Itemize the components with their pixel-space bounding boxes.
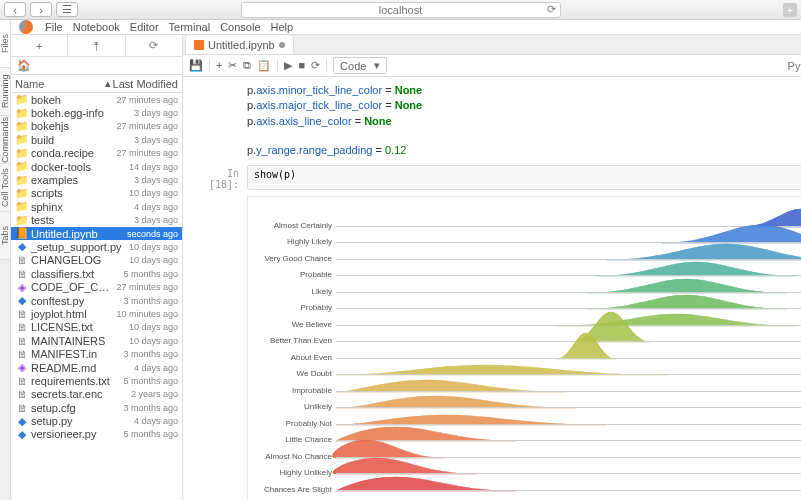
file-name: versioneer.py (29, 428, 123, 440)
menu-bar: FileNotebookEditorTerminalConsoleHelp (11, 20, 801, 35)
run-button[interactable]: ▶ (284, 59, 292, 72)
stop-button[interactable]: ■ (298, 59, 305, 72)
cut-button[interactable]: ✂ (228, 59, 237, 72)
file-row[interactable]: 📁bokehjs27 minutes ago (11, 120, 182, 133)
ridge-label: Improbable (250, 386, 332, 395)
kernel-name[interactable]: Python 3 (788, 60, 801, 72)
file-row[interactable]: ◈CODE_OF_CONDUCT...27 minutes ago (11, 280, 182, 293)
url-text: localhost (379, 4, 422, 16)
restart-button[interactable]: ⟳ (311, 59, 320, 72)
notebook-toolbar: 💾 + ✂ ⧉ 📋 ▶ ■ ⟳ Code ▾ (183, 55, 801, 77)
menu-console[interactable]: Console (220, 21, 260, 33)
folder-icon: 📁 (15, 147, 29, 160)
file-time: 10 days ago (129, 336, 178, 346)
file-row[interactable]: ◆setup.py4 days ago (11, 414, 182, 427)
file-list-header[interactable]: Name ▴ Last Modified (11, 75, 182, 93)
nb-icon: 📙 (15, 227, 29, 240)
file-row[interactable]: 🗎MANIFEST.in3 months ago (11, 347, 182, 360)
rail-tab-tabs[interactable]: Tabs (0, 212, 10, 260)
file-time: 27 minutes ago (116, 95, 178, 105)
folder-icon: 📁 (15, 120, 29, 133)
menu-notebook[interactable]: Notebook (73, 21, 120, 33)
py-icon: ◆ (15, 240, 29, 253)
file-row[interactable]: ◆conftest.py3 months ago (11, 294, 182, 307)
file-name: requirements.txt (29, 375, 123, 387)
file-time: 3 days ago (134, 175, 178, 185)
sort-icon: ▴ (105, 77, 111, 90)
md-icon: ◈ (15, 361, 29, 374)
menu-file[interactable]: File (45, 21, 63, 33)
file-row[interactable]: 🗎secrets.tar.enc2 years ago (11, 388, 182, 401)
file-name: docker-tools (29, 161, 129, 173)
file-row[interactable]: ◆versioneer.py5 months ago (11, 428, 182, 441)
file-name: bokeh.egg-info (29, 107, 134, 119)
file-name: classifiers.txt (29, 268, 123, 280)
cell-type-select[interactable]: Code ▾ (333, 57, 387, 74)
menu-help[interactable]: Help (271, 21, 294, 33)
url-bar[interactable]: localhost ⟳ (241, 2, 561, 18)
file-time: 3 days ago (134, 108, 178, 118)
file-row[interactable]: 🗎requirements.txt5 months ago (11, 374, 182, 387)
sidebar-toggle[interactable]: ☰ (56, 2, 78, 17)
back-button[interactable]: ‹ (4, 2, 26, 17)
file-name: conda.recipe (29, 147, 116, 159)
file-time: 10 minutes ago (116, 309, 178, 319)
left-rail: FilesRunningCommandsCell ToolsTabs (0, 20, 11, 500)
file-row[interactable]: 📁bokeh27 minutes ago (11, 93, 182, 106)
menu-terminal[interactable]: Terminal (169, 21, 211, 33)
file-row[interactable]: 📁examples3 days ago (11, 173, 182, 186)
rail-tab-files[interactable]: Files (0, 20, 10, 68)
notebook-tab[interactable]: Untitled.ipynb (185, 34, 294, 54)
breadcrumb-home[interactable]: 🏠 (11, 57, 182, 75)
file-row[interactable]: 📁sphinx4 days ago (11, 200, 182, 213)
file-row[interactable]: 🗎classifiers.txt5 months ago (11, 267, 182, 280)
folder-icon: 📁 (15, 107, 29, 120)
file-row[interactable]: ◆_setup_support.py10 days ago (11, 240, 182, 253)
ridge-label: Little Chance (250, 435, 332, 444)
file-row[interactable]: 📁build3 days ago (11, 133, 182, 146)
file-row[interactable]: 🗎LICENSE.txt10 days ago (11, 321, 182, 334)
copy-button[interactable]: ⧉ (243, 59, 251, 72)
menu-editor[interactable]: Editor (130, 21, 159, 33)
file-icon: 🗎 (15, 268, 29, 280)
file-icon: 🗎 (15, 388, 29, 400)
input-cell[interactable]: In [18]: show(p) (191, 165, 801, 190)
ridge-label: Highly Unlikely (250, 468, 332, 477)
file-time: 10 days ago (129, 188, 178, 198)
file-time: 5 months ago (123, 429, 178, 439)
folder-icon: 📁 (15, 160, 29, 173)
rail-tab-running[interactable]: Running (0, 68, 10, 116)
file-row[interactable]: 🗎joyplot.html10 minutes ago (11, 307, 182, 320)
file-row[interactable]: 🗎setup.cfg3 months ago (11, 401, 182, 414)
new-tab-button[interactable]: + (783, 3, 797, 17)
add-cell-button[interactable]: + (216, 59, 222, 72)
save-button[interactable]: 💾 (189, 59, 203, 72)
paste-button[interactable]: 📋 (257, 59, 271, 72)
new-file-button[interactable]: + (11, 35, 68, 56)
file-row[interactable]: 📁bokeh.egg-info3 days ago (11, 106, 182, 119)
unsaved-indicator-icon (279, 42, 285, 48)
forward-button[interactable]: › (30, 2, 52, 17)
notebook-tab-bar: Untitled.ipynb (183, 35, 801, 55)
file-row[interactable]: ◈README.md4 days ago (11, 361, 182, 374)
file-icon: 🗎 (15, 375, 29, 387)
file-time: 3 months ago (123, 349, 178, 359)
file-row[interactable]: 📁docker-tools14 days ago (11, 160, 182, 173)
refresh-button[interactable]: ⟳ (126, 35, 182, 56)
folder-icon: 📁 (15, 174, 29, 187)
file-row[interactable]: 🗎MAINTAINERS10 days ago (11, 334, 182, 347)
file-row[interactable]: 📁scripts10 days ago (11, 187, 182, 200)
rail-tab-cell-tools[interactable]: Cell Tools (0, 164, 10, 212)
reload-icon[interactable]: ⟳ (547, 3, 556, 16)
file-row[interactable]: 🗎CHANGELOG10 days ago (11, 254, 182, 267)
notebook-icon (194, 40, 204, 50)
file-row[interactable]: 📁tests3 days ago (11, 214, 182, 227)
notebook-body[interactable]: p.axis.minor_tick_line_color = None p.ax… (183, 77, 801, 500)
rail-tab-commands[interactable]: Commands (0, 116, 10, 164)
file-row[interactable]: 📁conda.recipe27 minutes ago (11, 147, 182, 160)
file-name: build (29, 134, 134, 146)
cell-code[interactable]: show(p) (247, 165, 801, 190)
file-time: seconds ago (127, 229, 178, 239)
upload-button[interactable]: ⭱ (68, 35, 125, 56)
file-row[interactable]: 📙Untitled.ipynbseconds ago (11, 227, 182, 240)
